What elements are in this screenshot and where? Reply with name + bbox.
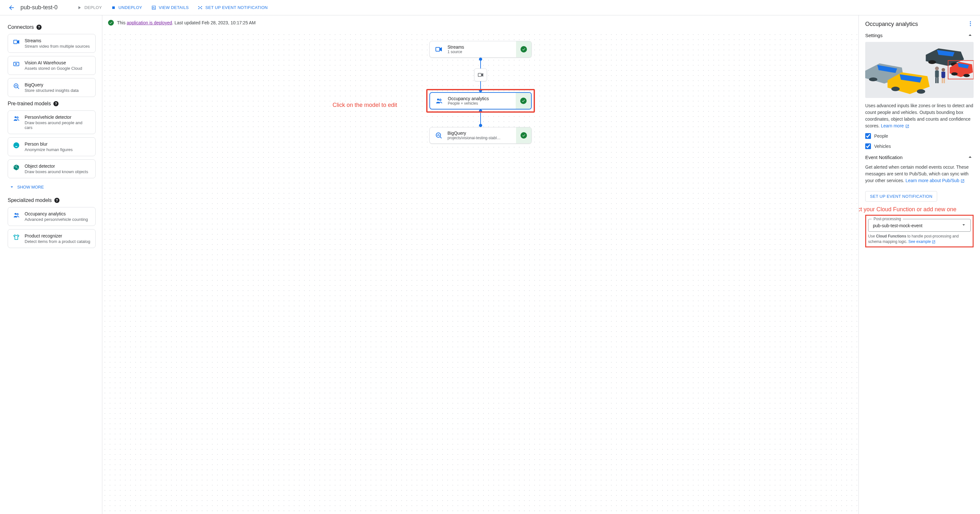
connector-warehouse[interactable]: Vision AI Warehouse Assets stored on Goo… bbox=[8, 56, 95, 75]
annotation-cloud-function: Select your Cloud Function or add new on… bbox=[859, 206, 980, 213]
field-label: Post-processing bbox=[872, 217, 903, 221]
card-desc: Stream video from multiple sources bbox=[25, 44, 91, 49]
node-bigquery[interactable]: BigQuery projects/visionai-testing-stabl… bbox=[430, 127, 532, 144]
status-badge bbox=[516, 128, 531, 144]
svg-rect-0 bbox=[112, 6, 115, 9]
connector-bigquery[interactable]: BigQuery Store structured insights data bbox=[8, 78, 95, 97]
status-prefix: This bbox=[117, 20, 127, 25]
event-section-label: Event Notification bbox=[865, 155, 903, 160]
field-value: pub-sub-test-mock-event bbox=[873, 223, 966, 228]
svg-point-11 bbox=[17, 117, 18, 118]
card-desc: Anonymize human figures bbox=[25, 147, 91, 152]
show-more-button[interactable]: SHOW MORE bbox=[8, 182, 95, 192]
settings-label: Settings bbox=[865, 33, 883, 38]
help-icon[interactable]: ? bbox=[53, 101, 59, 106]
node-occupancy[interactable]: Occupancy analytics People + vehicles bbox=[430, 92, 532, 109]
svg-rect-40 bbox=[942, 78, 943, 83]
help-icon[interactable]: ? bbox=[54, 198, 59, 203]
node-title: Occupancy analytics bbox=[448, 96, 489, 101]
model-person-blur[interactable]: Person blur Anonymize human figures bbox=[8, 137, 95, 156]
node-title: Streams bbox=[448, 45, 464, 49]
svg-point-29 bbox=[963, 74, 970, 77]
post-processing-helper: Use Cloud Functions to handle post-proce… bbox=[868, 234, 971, 244]
svg-rect-38 bbox=[937, 77, 939, 83]
illustration bbox=[865, 42, 974, 98]
svg-point-33 bbox=[891, 87, 900, 91]
card-desc: Draw boxes around people and cars bbox=[25, 120, 91, 130]
node-title: BigQuery bbox=[448, 131, 501, 136]
svg-point-10 bbox=[15, 117, 17, 118]
video-icon bbox=[13, 38, 20, 46]
undeploy-button[interactable]: UNDEPLOY bbox=[107, 3, 146, 13]
connectors-title: Connectors ? bbox=[8, 24, 95, 30]
model-object-detector[interactable]: Object detector Draw boxes around known … bbox=[8, 160, 95, 178]
help-icon[interactable]: ? bbox=[37, 25, 41, 30]
svg-point-31 bbox=[869, 77, 877, 81]
more-menu-button[interactable] bbox=[967, 21, 974, 28]
checkbox-people-input[interactable] bbox=[865, 133, 871, 139]
svg-point-16 bbox=[17, 214, 18, 215]
learn-more-link[interactable]: Learn more bbox=[881, 123, 909, 128]
checkbox-label: Vehicles bbox=[874, 144, 891, 149]
checkbox-label: People bbox=[874, 134, 888, 139]
status-link[interactable]: application is deployed bbox=[127, 20, 172, 25]
svg-point-13 bbox=[15, 144, 16, 145]
svg-point-12 bbox=[14, 143, 19, 148]
view-details-button[interactable]: VIEW DETAILS bbox=[147, 3, 193, 13]
app-header: pub-sub-test-0 DEPLOY UNDEPLOY VIEW DETA… bbox=[0, 0, 980, 15]
status-suffix: . Last updated Feb 28, 2023, 10:17:25 AM bbox=[172, 20, 256, 25]
warehouse-icon bbox=[13, 60, 20, 68]
checkbox-vehicles[interactable]: Vehicles bbox=[865, 144, 974, 149]
bigquery-icon bbox=[13, 82, 20, 90]
card-title: Person/vehicle detector bbox=[25, 115, 91, 120]
card-title: Object detector bbox=[25, 164, 91, 169]
svg-point-26 bbox=[928, 60, 936, 64]
deploy-button: DEPLOY bbox=[73, 3, 106, 13]
show-more-label: SHOW MORE bbox=[17, 185, 44, 190]
check-icon bbox=[108, 20, 114, 26]
mini-video-node[interactable] bbox=[474, 69, 487, 81]
svg-rect-36 bbox=[935, 70, 939, 77]
dropdown-arrow-icon bbox=[961, 222, 967, 229]
graph-canvas[interactable]: This application is deployed. Last updat… bbox=[102, 15, 859, 514]
model-product-recognizer[interactable]: Product recognizer Detect items from a p… bbox=[8, 229, 95, 248]
svg-point-28 bbox=[951, 72, 958, 75]
back-button[interactable] bbox=[5, 1, 18, 14]
chevron-up-icon bbox=[967, 153, 974, 161]
checkbox-people[interactable]: People bbox=[865, 133, 974, 139]
card-title: Vision AI Warehouse bbox=[25, 60, 91, 65]
bigquery-icon bbox=[434, 131, 443, 140]
status-badge bbox=[516, 41, 531, 57]
setup-event-notification-button[interactable]: SET UP EVENT NOTIFICATION bbox=[865, 191, 937, 202]
node-subtitle: 1 source bbox=[448, 49, 464, 54]
svg-point-24 bbox=[970, 25, 971, 26]
learn-pubsub-link[interactable]: Learn more about Pub/Sub bbox=[905, 178, 965, 183]
annotation-edit-model: Click on the model to edit bbox=[332, 102, 397, 109]
card-desc: Draw boxes around known objects bbox=[25, 169, 91, 174]
svg-point-34 bbox=[917, 89, 925, 94]
people-icon bbox=[13, 211, 20, 219]
header-actions: DEPLOY UNDEPLOY VIEW DETAILS SET UP EVEN… bbox=[73, 3, 272, 13]
card-desc: Detect items from a product catalog bbox=[25, 239, 91, 244]
svg-rect-17 bbox=[436, 47, 440, 51]
checkbox-vehicles-input[interactable] bbox=[865, 144, 871, 149]
model-occupancy[interactable]: Occupancy analytics Advanced person/vehi… bbox=[8, 207, 95, 226]
undeploy-label: UNDEPLOY bbox=[119, 5, 142, 10]
video-icon bbox=[434, 45, 443, 54]
post-processing-dropdown[interactable]: Post-processing pub-sub-test-mock-event bbox=[868, 219, 971, 232]
setup-event-button[interactable]: SET UP EVENT NOTIFICATION bbox=[194, 3, 272, 13]
card-desc: Store structured insights data bbox=[25, 88, 91, 93]
see-example-link[interactable]: See example bbox=[908, 239, 935, 244]
card-title: BigQuery bbox=[25, 82, 91, 87]
svg-point-35 bbox=[935, 67, 939, 70]
settings-section-header[interactable]: Settings bbox=[865, 32, 974, 39]
node-streams[interactable]: Streams 1 source bbox=[430, 41, 532, 57]
deploy-label: DEPLOY bbox=[84, 5, 102, 10]
node-subtitle: People + vehicles bbox=[448, 101, 489, 105]
model-person-vehicle[interactable]: Person/vehicle detector Draw boxes aroun… bbox=[8, 110, 95, 134]
specialized-title: Specialized models ? bbox=[8, 198, 95, 203]
connector-streams[interactable]: Streams Stream video from multiple sourc… bbox=[8, 34, 95, 53]
face-icon bbox=[13, 142, 20, 149]
event-section-header[interactable]: Event Notification bbox=[865, 153, 974, 161]
chevron-up-icon bbox=[967, 32, 974, 39]
